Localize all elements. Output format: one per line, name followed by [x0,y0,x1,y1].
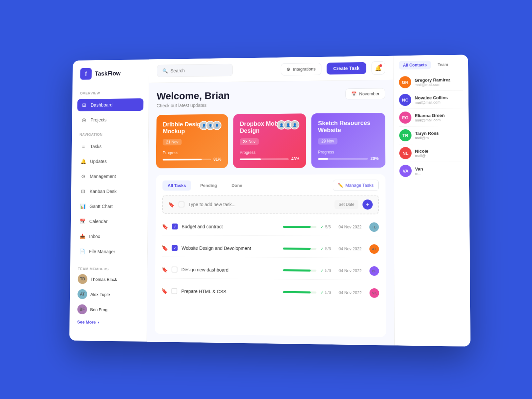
contact-item-3[interactable]: TR Taryn Ross mail@m [399,126,464,144]
contacts-tab-all[interactable]: All Contacts [399,61,431,69]
avatar-2: BF [77,304,87,314]
month-label: November [359,91,379,96]
sidebar-item-label: File Manager [89,249,115,254]
management-icon: ⊙ [80,174,86,180]
contact-name-1: Novalee Collins [415,95,463,100]
sidebar-item-label: Inbox [89,234,100,239]
contact-item-0[interactable]: GR Gregory Ramirez mail@mail.com [399,73,463,91]
contact-avatar-3: TR [399,129,412,142]
contact-name-2: Elianna Green [415,113,463,118]
navigation-section-label: Navigation [77,131,143,138]
tasks-icon: ≡ [80,144,86,150]
team-member-0[interactable]: TB Thomas Black [75,271,142,287]
sidebar-item-management[interactable]: ⊙ Management [76,170,143,183]
card-progress-row-2: 20% [318,156,378,161]
contact-email-5: m... [415,171,464,176]
contact-email-2: mail@mail.com [415,118,463,122]
bookmark-icon-3[interactable]: 🔖 [162,288,168,294]
checkbox-1[interactable] [172,245,178,251]
task-progress-fill-3 [283,291,311,294]
task-count-3: ✓ 5/6 [321,290,331,295]
task-name-3: Prepare HTML & CSS [181,289,279,295]
contact-item-1[interactable]: NC Novalee Collins mail@mail.com [399,90,463,109]
sidebar-item-kanban[interactable]: ⊡ Kanban Desk [76,185,143,198]
tasks-tabs-header: All Tasks Pending Done ✏️ Manage Tasks [162,180,379,191]
bookmark-icon-1[interactable]: 🔖 [162,245,168,251]
task-row: 🔖 Prepare HTML & CSS ✓ 5/6 04 Nov 2022 N… [162,282,379,302]
checkbox-2[interactable] [172,267,178,273]
member-name-0: Thomas Black [90,277,117,282]
contact-item-4[interactable]: NL Nicole mail@ [399,144,464,162]
search-icon: 🔍 [162,68,168,73]
sidebar-item-files[interactable]: 📄 File Manager [75,245,142,258]
bookmark-icon-2[interactable]: 🔖 [162,266,168,272]
project-card-1[interactable]: 👤 👤 👤 Dropbox Mobile app Design 28 Nov P… [233,113,306,168]
team-member-2[interactable]: BF Ben Frog [75,302,142,318]
contacts-tab-team[interactable]: Team [434,60,452,69]
contact-avatar-0: GR [399,76,411,88]
checkbox-0[interactable] [172,223,178,229]
notification-button[interactable]: 🔔 [371,61,385,74]
task-avatar-3: NK [369,288,379,298]
checkbox-3[interactable] [171,288,177,294]
sidebar-item-dashboard[interactable]: ⊞ Dashboard [77,98,143,111]
task-count-2: ✓ 5/6 [321,268,331,273]
create-task-button[interactable]: Create Task [327,62,366,74]
contact-item-2[interactable]: EG Elianna Green mail@mail.com [399,108,463,127]
month-button[interactable]: 📅 November [345,88,385,99]
set-date-label: Set Date [338,202,354,207]
bookmark-icon-0[interactable]: 🔖 [162,223,168,229]
contact-email-3: mail@m [415,135,463,140]
manage-tasks-button[interactable]: ✏️ Manage Tasks [333,180,379,191]
sidebar-item-inbox[interactable]: 📥 Inbox [75,230,142,243]
create-task-label: Create Task [333,66,359,71]
project-card-2[interactable]: Sketch Resources Website 29 Nov Progress… [311,113,385,168]
sidebar-item-gantt[interactable]: 📊 Gantt Chart [76,200,143,213]
progress-bar-fill-2 [318,158,328,160]
sidebar-item-projects[interactable]: ◎ Projects [77,113,143,126]
projects-icon: ◎ [81,117,86,123]
task-progress-bar-1 [283,248,317,250]
integrations-button[interactable]: ⚙ Integrations [281,63,321,75]
add-task-button[interactable]: + [362,200,373,209]
sidebar-item-updates[interactable]: 🔔 Updates [76,155,143,168]
sidebar-item-calendar[interactable]: 📅 Calendar [76,215,142,228]
welcome-title: Welcome, Brian [157,90,230,102]
notification-badge [379,64,382,67]
avatar-1: AT [77,289,87,299]
set-date-button[interactable]: Set Date [334,200,358,209]
see-more-button[interactable]: See More › [74,317,141,328]
card-progress-label-1: Progress [240,150,299,155]
tab-pending[interactable]: Pending [195,180,222,191]
tab-all-tasks[interactable]: All Tasks [162,181,191,191]
sidebar-item-label: Dashboard [91,102,113,108]
team-member-1[interactable]: AT Alex Tuple [75,287,142,303]
topbar: 🔍 ⚙ Integrations Create Task 🔔 [149,56,393,83]
main-content: 🔍 ⚙ Integrations Create Task 🔔 Welcome, … [147,56,394,345]
sidebar-item-label: Gantt Chart [89,204,113,209]
integrations-icon: ⚙ [286,67,290,72]
files-icon: 📄 [79,248,85,254]
contact-info-3: Taryn Ross mail@m [415,130,464,140]
new-task-input[interactable] [188,202,331,207]
task-avatar-2: BF [369,266,379,276]
search-box[interactable]: 🔍 [157,64,233,77]
member-name-2: Ben Frog [90,307,107,312]
logo-icon: f [80,68,92,79]
project-card-0[interactable]: 👤 👤 👤 Dribble Design Mockup 21 Nov Progr… [156,114,228,168]
check-mark-icon: ✓ [321,224,324,229]
sidebar-item-tasks[interactable]: ≡ Tasks [77,140,143,153]
kanban-icon: ⊡ [80,189,86,195]
sidebar-item-label: Calendar [89,219,107,224]
tab-done[interactable]: Done [226,180,247,191]
see-more-label: See More [77,320,96,325]
task-name-1: Website Design and Devolopment [182,245,279,251]
contact-item-5[interactable]: VA Van m... [399,162,464,180]
right-panel: All Contacts Team GR Gregory Ramirez mai… [393,55,470,346]
search-input[interactable] [171,67,227,73]
contact-info-2: Elianna Green mail@mail.com [415,113,463,122]
task-progress-fill-0 [283,226,311,228]
contact-avatar-1: NC [399,94,411,106]
task-count-1: ✓ 5/6 [321,246,331,251]
contacts-list: GR Gregory Ramirez mail@mail.com NC Nova… [399,73,464,180]
